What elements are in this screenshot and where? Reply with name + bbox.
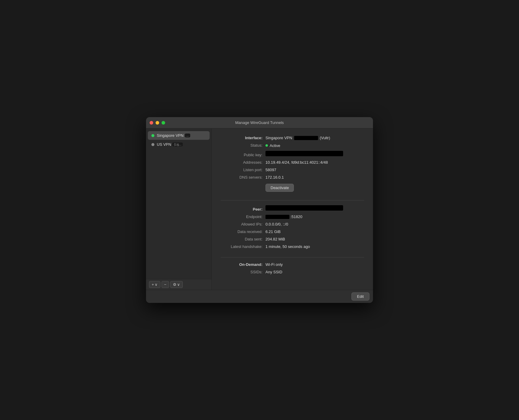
gear-icon: ⚙ (173, 282, 176, 287)
addresses-label: Addresses: (221, 160, 262, 165)
interface-value: Singapore VPN (Vultr) (265, 136, 330, 140)
remove-tunnel-button[interactable]: − (162, 281, 169, 288)
minus-icon: − (164, 282, 167, 287)
settings-button[interactable]: ⚙ ∨ (170, 281, 183, 288)
listen-port-label: Listen port: (221, 168, 262, 172)
active-status-dot (151, 134, 154, 137)
allowed-ips-row: Allowed IPs: 0.0.0.0/0, ::/0 (221, 222, 364, 226)
traffic-lights (150, 121, 165, 125)
active-dot (265, 144, 268, 147)
public-key-label: Public key: (221, 153, 262, 157)
add-icon: + (152, 282, 154, 287)
latest-handshake-row: Latest handshake: 1 minute, 50 seconds a… (221, 244, 364, 249)
deactivate-row: Deactivate (221, 183, 364, 192)
interface-label: Interface: (221, 136, 262, 140)
endpoint-ip-redacted (265, 215, 289, 219)
data-received-row: Data received: 6.21 GiB (221, 229, 364, 234)
ssids-row: SSIDs: Any SSID (221, 270, 364, 274)
sidebar-toolbar: + ∨ − ⚙ ∨ (146, 279, 211, 290)
tunnel-item-us[interactable]: US VPN (Lig... (148, 140, 210, 149)
maximize-button[interactable] (162, 121, 165, 125)
ssids-label: SSIDs: (221, 270, 262, 274)
dns-servers-value: 172.16.0.1 (265, 175, 284, 180)
listen-port-row: Listen port: 58097 (221, 168, 364, 172)
allowed-ips-label: Allowed IPs: (221, 222, 262, 226)
tunnel-item-content-us: US VPN (Lig... (157, 142, 206, 147)
data-received-value: 6.21 GiB (265, 229, 281, 234)
tunnel-badge-singapore: ... (185, 134, 190, 137)
dns-servers-label: DNS servers: (221, 175, 262, 180)
data-sent-row: Data sent: 204.82 MiB (221, 237, 364, 241)
data-sent-label: Data sent: (221, 237, 262, 241)
chevron-down-icon: ∨ (155, 282, 158, 287)
endpoint-label: Endpoint: (221, 214, 262, 219)
detail-pane: Interface: Singapore VPN (Vultr) Status:… (212, 128, 373, 290)
status-value: Active (265, 143, 280, 148)
tunnel-item-content: Singapore VPN ... (157, 133, 206, 138)
ssids-value: Any SSID (265, 270, 282, 274)
endpoint-value: :51820 (265, 214, 302, 219)
on-demand-section: On-Demand: Wi-Fi only SSIDs: Any SSID (221, 262, 364, 274)
section-divider-2 (221, 257, 364, 257)
interface-row: Interface: Singapore VPN (Vultr) (221, 136, 364, 140)
public-key-row: Public key: (221, 151, 364, 157)
bottom-bar: Edit (146, 290, 373, 303)
inactive-status-dot (151, 143, 154, 146)
close-button[interactable] (150, 121, 153, 125)
interface-id-redacted (294, 136, 318, 140)
tunnel-list: Singapore VPN ... US VPN (Lig... (146, 128, 211, 279)
peer-section: Peer: Endpoint: :51820 Allowed IPs: 0.0.… (221, 205, 364, 249)
on-demand-value: Wi-Fi only (265, 262, 283, 267)
data-sent-value: 204.82 MiB (265, 237, 285, 241)
edit-button[interactable]: Edit (351, 292, 369, 301)
peer-value-redacted (265, 205, 343, 211)
allowed-ips-value: 0.0.0.0/0, ::/0 (265, 222, 288, 226)
chevron-down-icon-settings: ∨ (177, 282, 180, 287)
public-key-value-redacted (265, 151, 343, 156)
add-tunnel-button[interactable]: + ∨ (149, 281, 160, 288)
latest-handshake-label: Latest handshake: (221, 244, 262, 249)
on-demand-row: On-Demand: Wi-Fi only (221, 262, 364, 267)
main-content: Singapore VPN ... US VPN (Lig... + ∨ (146, 128, 373, 290)
tunnel-name-singapore: Singapore VPN (157, 133, 184, 138)
listen-port-value: 58097 (265, 168, 276, 172)
interface-name: Singapore VPN (265, 136, 292, 140)
latest-handshake-value: 1 minute, 50 seconds ago (265, 244, 310, 249)
section-divider (221, 200, 364, 200)
main-window: Manage WireGuard Tunnels Singapore VPN .… (146, 117, 373, 303)
on-demand-label: On-Demand: (221, 262, 262, 267)
addresses-value: 10.19.49.4/24, fd9d:bc11:4021::4/48 (265, 160, 328, 165)
interface-provider: (Vultr) (320, 136, 330, 140)
interface-section: Interface: Singapore VPN (Vultr) Status:… (221, 136, 364, 192)
window-title: Manage WireGuard Tunnels (235, 120, 284, 125)
deactivate-button[interactable]: Deactivate (265, 184, 294, 192)
endpoint-port: :51820 (291, 214, 303, 219)
data-received-label: Data received: (221, 229, 262, 234)
status-text: Active (270, 143, 280, 148)
sidebar: Singapore VPN ... US VPN (Lig... + ∨ (146, 128, 212, 290)
tunnel-badge-us: (Lig... (172, 142, 183, 146)
tunnel-item-singapore[interactable]: Singapore VPN ... (148, 131, 210, 140)
peer-row: Peer: (221, 205, 364, 211)
status-row: Status: Active (221, 143, 364, 148)
endpoint-row: Endpoint: :51820 (221, 214, 364, 219)
peer-label: Peer: (221, 207, 262, 211)
titlebar: Manage WireGuard Tunnels (146, 117, 373, 128)
addresses-row: Addresses: 10.19.49.4/24, fd9d:bc11:4021… (221, 160, 364, 165)
minimize-button[interactable] (156, 121, 159, 125)
tunnel-name-us: US VPN (157, 142, 171, 147)
dns-servers-row: DNS servers: 172.16.0.1 (221, 175, 364, 180)
status-label: Status: (221, 143, 262, 148)
